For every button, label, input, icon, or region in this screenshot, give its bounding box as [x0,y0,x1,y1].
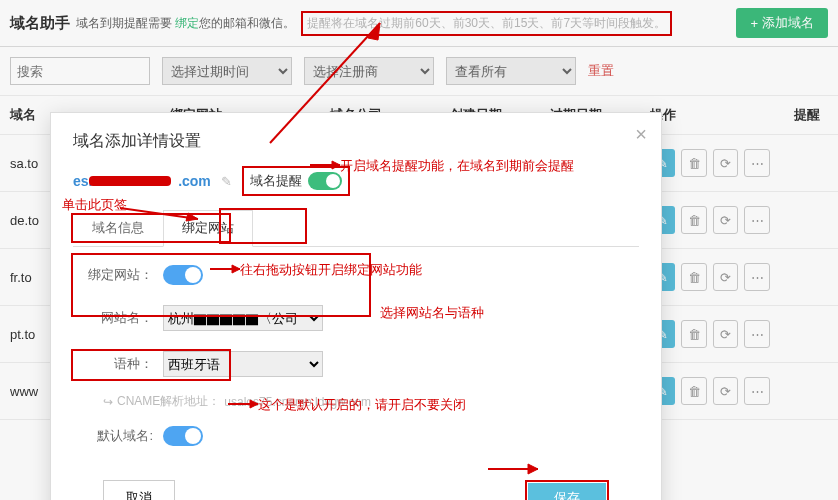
modal-title: 域名添加详情设置 [73,131,639,152]
bind-site-toggle[interactable] [163,265,203,285]
close-icon[interactable]: × [635,123,647,146]
cancel-button[interactable]: 取消 [103,480,175,500]
tab-domain-info[interactable]: 域名信息 [73,210,163,246]
default-domain-toggle[interactable] [163,426,203,446]
tab-bind-site[interactable]: 绑定网站 [163,210,253,247]
language-label: 语种： [77,355,153,373]
edit-icon[interactable]: ✎ [221,174,232,189]
language-select[interactable]: 西班牙语 [163,351,323,377]
domain-modal: × 域名添加详情设置 es.xxxxxxxxxxx.com ✎ 域名提醒 域名信… [50,112,662,500]
site-name-select[interactable]: 杭州▇▇▇▇▇〈公司 [163,305,323,331]
bind-site-label: 绑定网站： [77,266,153,284]
domain-remind-toggle[interactable] [308,172,342,190]
cname-hint: ↪ CNAME解析地址：usalos75.cname.ldygw.com [103,393,639,410]
modal-domain-name: es.xxxxxxxxxxx.com [73,173,211,189]
save-button[interactable]: 保存 [528,483,606,500]
domain-remind-label: 域名提醒 [250,172,302,190]
site-name-label: 网站名： [77,309,153,327]
modal-tabs: 域名信息 绑定网站 [73,210,639,247]
redaction [89,176,171,186]
default-domain-label: 默认域名: [77,427,153,445]
link-icon: ↪ [103,395,113,409]
